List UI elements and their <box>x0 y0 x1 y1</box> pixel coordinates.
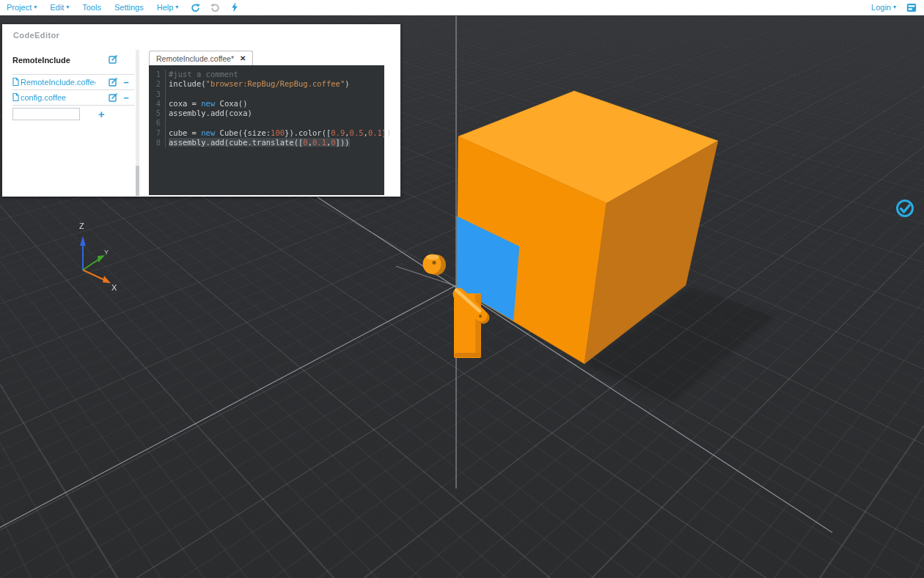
code-token-number: 100 <box>271 128 285 137</box>
toolbar-icons <box>190 2 240 12</box>
menu-item-help[interactable]: Help▾ <box>157 3 179 12</box>
tab-close-icon[interactable]: ✕ <box>240 54 246 62</box>
menu-bar: Project▾Edit▾ToolsSettingsHelp▾ Login ▾ <box>0 0 924 15</box>
code-token-plain: include( <box>169 79 206 88</box>
window-icon[interactable] <box>906 2 917 12</box>
file-row: config.coffee − <box>12 90 134 106</box>
login-menu[interactable]: Login ▾ <box>871 3 896 12</box>
code-line: 6 <box>149 118 384 128</box>
file-list: RemoteInclude.coffee − config.coffee − <box>12 74 134 106</box>
code-token-string: "browser:RepBug/RepBug.coffee" <box>206 79 345 88</box>
panel-title: CodeEditor <box>13 31 59 40</box>
code-token-number: 0.9 <box>331 128 345 137</box>
caret-down-icon: ▾ <box>34 4 37 10</box>
redo-icon[interactable] <box>210 2 220 12</box>
y-axis-arrowhead <box>98 255 105 263</box>
project-header: RemoteInclude <box>12 52 134 68</box>
code-token-plain: assembly.add(cube.translate([ <box>169 138 303 147</box>
code-token-number: 0.1 <box>368 128 382 137</box>
code-line: 7cube = new Cube({size:100}).color([0.9,… <box>149 128 384 138</box>
code-token-plain: coxa = <box>169 99 201 108</box>
edit-file-icon[interactable] <box>109 77 118 88</box>
z-axis-label: Z <box>79 222 84 230</box>
line-number: 2 <box>149 79 166 89</box>
code-editor-panel: CodeEditor RemoteInclude RemoteInclude.c… <box>2 24 400 197</box>
menu-item-label: Edit <box>50 3 64 12</box>
x-axis-arrow <box>83 270 105 280</box>
file-link[interactable]: config.coffee <box>21 93 66 102</box>
remove-file-button[interactable]: − <box>118 77 134 88</box>
project-sidebar: RemoteInclude RemoteInclude.coffee − con… <box>12 52 134 120</box>
code-line: 4coxa = new Coxa() <box>149 99 384 109</box>
line-number: 8 <box>149 138 166 147</box>
z-axis-arrowhead <box>80 236 86 246</box>
file-icon <box>12 78 19 87</box>
check-circle-icon[interactable] <box>898 201 913 216</box>
code-token-plain: assembly.add(coxa) <box>169 109 252 117</box>
code-token-keyword: new <box>201 99 215 108</box>
line-content: include("browser:RepBug/RepBug.coffee") <box>166 79 350 89</box>
washer-hole <box>432 260 436 264</box>
edit-project-icon[interactable] <box>109 54 118 67</box>
code-token-plain: ]) <box>382 128 392 137</box>
bracket-plate-bottom <box>455 353 481 357</box>
add-file-button[interactable]: + <box>98 108 105 120</box>
menu-item-settings[interactable]: Settings <box>114 3 144 12</box>
menu-item-label: Settings <box>114 3 144 12</box>
code-line: 3 <box>149 89 384 99</box>
axis-helper: Z Y X <box>79 222 117 292</box>
login-label: Login <box>871 3 891 12</box>
sidebar-scrollbar[interactable] <box>136 50 139 196</box>
line-number: 7 <box>149 128 166 138</box>
line-content <box>166 118 169 128</box>
new-file-row: + <box>12 108 134 120</box>
lightning-bolt-icon[interactable] <box>230 2 240 12</box>
line-content: assembly.add(coxa) <box>166 109 252 118</box>
line-number: 6 <box>149 118 166 128</box>
grid-major-line-2 <box>0 285 456 527</box>
coxa-washer-mesh[interactable] <box>423 255 447 276</box>
caret-down-icon: ▾ <box>175 4 178 10</box>
menu-item-label: Project <box>7 3 32 12</box>
line-number: 1 <box>149 70 166 79</box>
y-axis-arrow <box>83 258 100 270</box>
code-token-keyword: new <box>201 128 215 137</box>
menu-item-edit[interactable]: Edit▾ <box>50 3 69 12</box>
file-link[interactable]: RemoteInclude.coffee <box>21 78 95 87</box>
menu-item-label: Help <box>157 3 174 12</box>
new-file-input[interactable] <box>12 108 80 120</box>
code-token-number: 0.1 <box>312 138 326 147</box>
line-content: #just a comment <box>166 70 238 79</box>
tab-remoteinclude-coffee[interactable]: RemoteInclude.coffee* ✕ <box>149 51 253 65</box>
code-token-plain: }).color([ <box>285 128 331 137</box>
code-token-plain: Cube({size: <box>215 128 271 137</box>
menu-items: Project▾Edit▾ToolsSettingsHelp▾ <box>0 3 178 12</box>
edit-file-icon[interactable] <box>109 92 118 103</box>
scrollbar-thumb[interactable] <box>136 166 139 196</box>
line-content: cube = new Cube({size:100}).color([0.9,0… <box>166 128 392 138</box>
code-editor-area[interactable]: 1#just a comment2include("browser:RepBug… <box>149 65 384 195</box>
menu-item-label: Tools <box>82 3 101 12</box>
code-token-plain: Coxa() <box>215 99 247 108</box>
code-line: 5assembly.add(coxa) <box>149 109 384 118</box>
menu-bar-right: Login ▾ <box>871 2 924 12</box>
code-token-comment: #just a comment <box>169 70 238 78</box>
undo-icon[interactable] <box>190 2 200 12</box>
menu-item-tools[interactable]: Tools <box>82 3 101 12</box>
check-circle-ring <box>898 201 913 216</box>
code-line: 1#just a comment <box>149 70 384 79</box>
line-number: 5 <box>149 109 166 118</box>
code-token-plain: cube = <box>169 128 201 137</box>
code-token-number: 0.5 <box>350 128 364 137</box>
file-icon <box>12 93 19 103</box>
bracket-hole <box>479 315 482 318</box>
caret-down-icon: ▾ <box>893 4 896 10</box>
x-axis-arrowhead <box>103 276 111 283</box>
code-line: 8assembly.add(cube.translate([0,0.1,0])) <box>149 138 384 147</box>
line-content: assembly.add(cube.translate([0,0.1,0])) <box>166 138 350 147</box>
tab-label: RemoteInclude.coffee* <box>156 54 234 63</box>
line-number: 4 <box>149 99 166 109</box>
y-axis-label: Y <box>104 249 109 256</box>
menu-item-project[interactable]: Project▾ <box>7 3 37 12</box>
remove-file-button[interactable]: − <box>118 92 134 103</box>
